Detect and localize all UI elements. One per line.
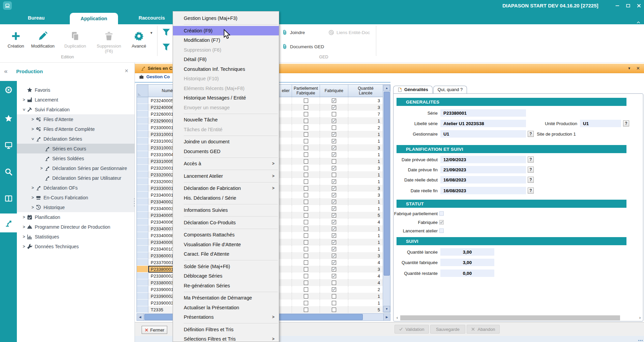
sidebar-item-en-cours-fabrication[interactable]: >En-Cours Fabrication: [17, 193, 135, 202]
checkbox[interactable]: [332, 112, 336, 116]
row-header-cell[interactable]: [137, 293, 148, 300]
menu-item-caract-file-d-attente[interactable]: Caract. File d'Attente: [173, 249, 279, 259]
row-header-cell[interactable]: [137, 279, 148, 286]
chevron-right-icon[interactable]: >: [38, 166, 45, 171]
menu-item-definition-filtres-et-tris[interactable]: Définition Filtres et Tris: [173, 325, 279, 335]
chevron-right-icon[interactable]: >: [30, 117, 36, 122]
row-header-cell[interactable]: [137, 232, 148, 239]
menu-item-ma-presentation-de-demarrage[interactable]: Ma Présentation de Démarrage: [173, 293, 279, 303]
checkbox[interactable]: [332, 247, 336, 251]
checkbox[interactable]: [304, 186, 308, 191]
checkbox[interactable]: [304, 125, 308, 130]
checkbox[interactable]: [332, 179, 336, 184]
checkbox[interactable]: [332, 186, 336, 191]
checkbox[interactable]: [332, 220, 336, 224]
checkbox[interactable]: [332, 213, 336, 218]
scroll-up-button[interactable]: ▲: [383, 85, 390, 91]
checkbox[interactable]: [304, 200, 308, 204]
menu-item-declaration-de-fabrication[interactable]: Déclaration de Fabrication>: [173, 183, 279, 193]
checkbox[interactable]: [332, 281, 336, 285]
sidebar-item-declaration-series-par-gestionnaire[interactable]: >Déclaration Séries par Gestionnaire: [17, 163, 135, 173]
menu-item-gestion-lignes-maj-f3[interactable]: Gestion Lignes (Maj+F3): [173, 13, 279, 23]
menu-item-informations-suivies[interactable]: Informations Suivies: [173, 205, 279, 215]
row-header-cell[interactable]: [137, 117, 148, 124]
menu-item-deblocage-series[interactable]: Déblocage Séries: [173, 271, 279, 281]
chevron-right-icon[interactable]: >: [21, 97, 27, 102]
checkbox[interactable]: [304, 294, 308, 298]
chevron-right-icon[interactable]: >: [21, 234, 27, 239]
checkbox[interactable]: [304, 240, 308, 245]
sidebar-item-favoris[interactable]: Favoris: [17, 85, 135, 95]
help-button[interactable]: ?: [528, 131, 534, 137]
checkbox[interactable]: [304, 247, 308, 251]
checkbox[interactable]: [304, 112, 308, 116]
tab-qui-quand[interactable]: Qui, quand ?: [433, 86, 467, 93]
sidebar-collapse-icon[interactable]: «: [4, 67, 8, 75]
maximize-button[interactable]: [626, 3, 631, 8]
resize-grip[interactable]: [638, 340, 643, 341]
sidebar-item-files-d-attente[interactable]: >Files d'Attente: [17, 114, 135, 124]
lancement-atelier-checkbox[interactable]: [439, 229, 444, 233]
row-header-cell[interactable]: [137, 192, 148, 198]
module-monitor-icon[interactable]: [0, 137, 17, 153]
checkbox[interactable]: [332, 267, 336, 272]
quantite-lancee-field[interactable]: 3,00: [440, 248, 494, 256]
checkbox[interactable]: [304, 206, 308, 211]
column-header-rowhead[interactable]: [137, 85, 148, 97]
quantite-restante-field[interactable]: 0,00: [440, 269, 494, 277]
tab-raccourcis[interactable]: Raccourcis: [135, 11, 169, 24]
checkbox[interactable]: [332, 98, 336, 103]
chevron-right-icon[interactable]: >: [21, 225, 27, 229]
row-header-cell[interactable]: [137, 171, 148, 178]
help-button[interactable]: ?: [528, 177, 534, 183]
checkbox[interactable]: [332, 139, 336, 143]
sidebar-item-series-en-cours[interactable]: Séries en Cours: [17, 144, 135, 153]
checkbox[interactable]: [332, 125, 336, 130]
menu-item-documents-ged[interactable]: Documents GED: [173, 147, 279, 156]
module-robot-icon[interactable]: [0, 213, 17, 232]
filter-funnel-icon[interactable]: [162, 43, 170, 53]
scroll-right-button[interactable]: ›: [638, 315, 642, 320]
chevron-down-icon[interactable]: ▼: [627, 66, 631, 70]
checkbox[interactable]: [332, 200, 336, 204]
row-header-cell[interactable]: [137, 259, 148, 266]
date-prevue-debut-field[interactable]: 12/09/2023: [440, 156, 526, 163]
checkbox[interactable]: [304, 254, 308, 258]
date-prevue-fin-field[interactable]: 21/09/2023: [440, 166, 526, 173]
chevron-right-icon[interactable]: >: [30, 195, 36, 200]
menu-item-lancement-atelier[interactable]: Lancement Atelier>: [173, 171, 279, 181]
fabriquee-checkbox[interactable]: [439, 220, 444, 225]
row-header-cell[interactable]: [137, 111, 148, 117]
checkbox[interactable]: [332, 274, 336, 278]
row-header-cell[interactable]: [137, 306, 148, 313]
scrollbar-thumb[interactable]: [384, 92, 390, 276]
checkbox[interactable]: [332, 294, 336, 298]
help-button[interactable]: ?: [623, 120, 629, 126]
checkbox[interactable]: [332, 240, 336, 245]
checkbox[interactable]: [304, 260, 308, 265]
menu-item-nouvelle-tache[interactable]: Nouvelle Tâche: [173, 115, 279, 125]
chevron-down-icon[interactable]: >: [22, 107, 26, 113]
joindre-button[interactable]: Joindre: [282, 30, 305, 35]
checkbox[interactable]: [304, 152, 308, 157]
checkbox[interactable]: [304, 267, 308, 272]
menu-item-historique-messages-entite[interactable]: Historique Messages / Entité: [173, 93, 279, 103]
checkbox[interactable]: [304, 233, 308, 238]
sidebar-item-suivi-fabrication[interactable]: >Suivi Fabrication: [17, 105, 135, 114]
row-header-cell[interactable]: [137, 246, 148, 252]
menu-item-selections-filtres-et-tris[interactable]: Sélections Filtres et Tris>: [173, 334, 279, 342]
checkbox[interactable]: [332, 206, 336, 211]
minimize-button[interactable]: [615, 3, 620, 8]
row-header-cell[interactable]: [137, 104, 148, 111]
row-header-cell[interactable]: [137, 144, 148, 151]
quantite-fabriquee-field[interactable]: 3,00: [440, 259, 494, 266]
menu-item-solde-serie-maj-f6[interactable]: Solde Série (Maj+F6): [173, 262, 279, 272]
checkbox[interactable]: [332, 260, 336, 265]
checkbox[interactable]: [332, 159, 336, 164]
column-header-part[interactable]: Partiellement Fabriquée: [292, 85, 320, 97]
date-reelle-fin-field[interactable]: 16/08/2023: [440, 187, 526, 194]
libelle-serie-field[interactable]: Atelier U1 2023S38: [440, 120, 526, 127]
chevron-down-icon[interactable]: ▼: [150, 31, 153, 35]
close-document-icon[interactable]: ✕: [636, 66, 640, 71]
checkbox[interactable]: [304, 220, 308, 224]
